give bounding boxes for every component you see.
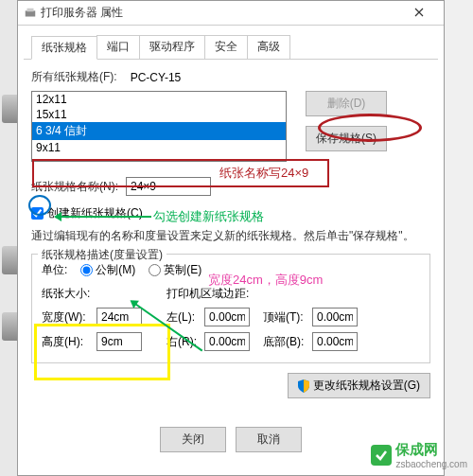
change-settings-button[interactable]: 更改纸张规格设置(G): [288, 373, 430, 398]
list-item[interactable]: 12x11: [32, 92, 286, 107]
left-label: 左(L):: [166, 309, 199, 326]
close-icon: [414, 8, 424, 17]
watermark-icon: [371, 445, 392, 466]
width-label: 宽度(W):: [42, 309, 91, 326]
watermark-name: 保成网: [395, 441, 438, 457]
save-form-button[interactable]: 保存规格(S): [306, 126, 387, 151]
tab-drivers[interactable]: 驱动程序: [139, 35, 205, 59]
top-label: 顶端(T):: [263, 309, 307, 326]
all-forms-label: 所有纸张规格(F):: [31, 69, 117, 85]
titlebar: 打印服务器 属性: [18, 1, 444, 26]
tab-paper-forms[interactable]: 纸张规格: [31, 36, 97, 60]
create-form-description: 通过编辑现有的名称和度量设置来定义新的纸张规格。然后单击"保存规格"。: [31, 227, 430, 244]
window-title: 打印服务器 属性: [41, 5, 123, 21]
close-dialog-button[interactable]: 关闭: [160, 427, 226, 452]
forms-listbox[interactable]: 12x11 15x11 6 3/4 信封 9x11: [31, 91, 287, 162]
paper-size-label: 纸张大小:: [42, 286, 142, 302]
shield-icon: [298, 379, 309, 393]
right-label: 右(R):: [166, 334, 199, 350]
tab-ports[interactable]: 端口: [96, 35, 140, 59]
tab-security[interactable]: 安全: [204, 35, 248, 59]
create-new-form-label: 创建新纸张规格(C): [47, 205, 143, 221]
list-item[interactable]: 6 3/4 信封: [32, 122, 286, 140]
close-button[interactable]: [400, 4, 438, 23]
server-name: PC-CY-15: [131, 71, 182, 84]
bottom-input[interactable]: [312, 332, 358, 351]
right-input[interactable]: [204, 332, 250, 351]
bottom-label: 底部(B):: [263, 334, 307, 350]
form-description-group: 纸张规格描述(度量设置) 单位: 公制(M) 英制(E) 纸张大小: 宽度(W)…: [31, 254, 430, 363]
tab-advanced[interactable]: 高级: [247, 35, 290, 59]
watermark-url: zsbaocheng.com: [395, 459, 467, 469]
height-label: 高度(H):: [42, 334, 91, 350]
watermark: 保成网 zsbaocheng.com: [371, 441, 467, 469]
form-name-label: 纸张规格名称(N):: [31, 179, 118, 195]
english-radio[interactable]: [149, 264, 161, 276]
printer-icon: [24, 7, 37, 20]
tabs: 纸张规格 端口 驱动程序 安全 高级: [24, 29, 438, 60]
metric-radio-label[interactable]: 公制(M): [80, 262, 135, 278]
cancel-button[interactable]: 取消: [236, 427, 302, 452]
form-name-input[interactable]: [126, 177, 211, 196]
metric-radio[interactable]: [80, 264, 93, 276]
groupbox-title: 纸张规格描述(度量设置): [38, 247, 166, 263]
width-input[interactable]: [96, 308, 142, 326]
margin-label: 打印机区域边距:: [166, 286, 358, 302]
list-item[interactable]: 15x11: [32, 107, 286, 122]
units-label: 单位:: [42, 262, 67, 278]
english-radio-label[interactable]: 英制(E): [149, 262, 201, 278]
svg-rect-0: [26, 10, 36, 16]
create-new-form-checkbox[interactable]: [31, 207, 44, 220]
print-server-properties-dialog: 打印服务器 属性 纸张规格 端口 驱动程序 安全 高级 所有纸张规格(F): P…: [17, 0, 445, 476]
left-input[interactable]: [204, 308, 250, 326]
height-input[interactable]: [96, 332, 142, 351]
list-item[interactable]: 9x11: [32, 140, 286, 155]
top-input[interactable]: [312, 308, 358, 326]
svg-rect-1: [27, 8, 34, 11]
delete-button: 删除(D): [306, 91, 387, 116]
